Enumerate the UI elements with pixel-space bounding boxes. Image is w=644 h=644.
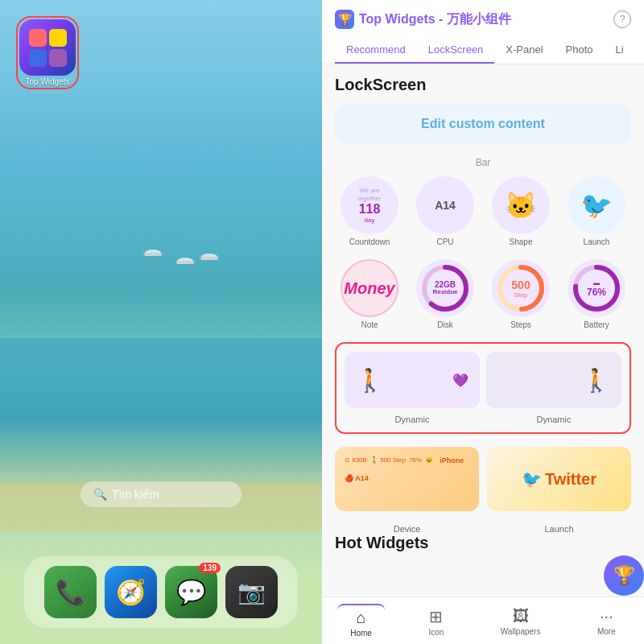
safari-symbol: 🧭 <box>116 578 146 606</box>
device-preview-card[interactable]: ⊙ 830B 🚶 500 Step 76% 🐱 iPhone 🍎 A14 <box>335 447 479 511</box>
search-bar[interactable]: 🔍 Tìm kiếm <box>80 481 242 507</box>
home-nav-icon: ⌂ <box>357 609 366 627</box>
main-content: LockScreen Edit custom content Bar We ar… <box>322 64 644 597</box>
bottom-nav-wallpapers[interactable]: 🖼 Wallpapers <box>488 604 554 641</box>
ios-home-screen: Top Widgets 🔍 Tìm kiếm 📞 🧭 💬 139 📷 <box>0 0 322 644</box>
tab-photo-label: Photo <box>566 43 593 56</box>
stickman-right-icon: 🚶 <box>582 367 610 394</box>
disk-label: Disk <box>437 320 452 329</box>
launch-circle: 🐦 <box>568 176 625 234</box>
widget-launch[interactable]: 🐦 Launch <box>562 176 631 246</box>
disk-circle: 22GB Residue <box>416 259 474 317</box>
icon-sq-yellow <box>49 29 67 47</box>
note-label: Note <box>361 320 378 329</box>
countdown-top-text: We aretogether <box>357 187 381 202</box>
dynamic-card-right[interactable]: 🚶 <box>486 352 621 408</box>
tab-lockscreen-item[interactable]: LockScreen <box>417 37 495 64</box>
dynamic-section: 🚶 💜 🚶 Dynamic Dynamic <box>335 342 631 434</box>
bottom-nav-home[interactable]: ⌂ Home <box>337 604 385 641</box>
messages-badge: 139 <box>199 563 221 573</box>
launch-preview-label: Launch <box>487 524 631 534</box>
disk-sub-text: Residue <box>432 289 457 296</box>
app-icon-label: Top Widgets <box>25 77 69 86</box>
steps-sub-text: Step <box>511 291 530 299</box>
widget-battery[interactable]: ▬ 76% Battery <box>562 259 631 329</box>
boat-3 <box>201 254 217 260</box>
countdown-circle: We aretogether 118 day <box>341 176 398 234</box>
mini-profile-overlay: 🏆 <box>604 555 644 596</box>
app-logo-icon: 🏆 <box>335 10 354 29</box>
wallpapers-nav-icon: 🖼 <box>513 607 529 625</box>
countdown-days: 118 <box>359 202 381 217</box>
dock-messages-icon[interactable]: 💬 139 <box>165 566 217 618</box>
wallpapers-nav-label: Wallpapers <box>501 627 541 636</box>
widget-grid-row2: Money Note 22GB Residue Disk <box>335 259 631 329</box>
help-icon-label: ? <box>620 14 625 25</box>
widget-disk[interactable]: 22GB Residue Disk <box>411 259 480 329</box>
battery-inner-text: ▬ 76% <box>587 279 606 298</box>
tab-li-label: Li <box>616 43 624 56</box>
device-preview-label: Device <box>335 524 479 534</box>
device-stats: ⊙ 830B 🚶 500 Step 76% 🐱 iPhone 🍎 A14 <box>341 453 473 485</box>
cpu-label: CPU <box>436 237 453 246</box>
cpu-text: A14 <box>435 199 456 212</box>
tab-photo[interactable]: Photo <box>555 37 605 64</box>
home-nav-label: Home <box>350 629 372 638</box>
battery-circle: ▬ 76% <box>568 259 625 317</box>
stickman-left-icon: 🚶 <box>356 367 384 394</box>
app-title: 🏆 Top Widgets - 万能小组件 <box>335 10 511 29</box>
twitter-bird-icon: 🐦 <box>522 469 542 489</box>
tab-li[interactable]: Li <box>605 37 631 64</box>
bottom-nav: ⌂ Home ⊞ Icon 🖼 Wallpapers ··· More <box>322 597 644 644</box>
twitter-preview-card[interactable]: 🐦 Twitter <box>487 447 631 511</box>
water-background <box>0 338 322 499</box>
icon-sq-blue <box>29 49 47 67</box>
bottom-nav-more[interactable]: ··· More <box>584 604 629 641</box>
widget-note[interactable]: Money Note <box>335 259 404 329</box>
app-title-row: 🏆 Top Widgets - 万能小组件 ? <box>335 10 631 29</box>
dynamic-card-left[interactable]: 🚶 💜 <box>345 352 480 408</box>
bar-section-label: Bar <box>335 157 631 168</box>
dock-camera-icon[interactable]: 📷 <box>225 566 278 618</box>
widget-cpu[interactable]: A14 CPU <box>411 176 480 246</box>
disk-inner-text: 22GB Residue <box>432 280 457 296</box>
dock-phone-icon[interactable]: 📞 <box>44 566 97 618</box>
edit-content-button[interactable]: Edit custom content <box>335 104 631 144</box>
tab-xpanel-label: X-Panel <box>506 43 543 56</box>
top-widgets-icon-container[interactable]: Top Widgets <box>16 16 79 89</box>
messages-symbol: 💬 <box>176 578 206 606</box>
lockscreen-title: LockScreen <box>335 76 631 94</box>
tab-xpanel[interactable]: X-Panel <box>494 37 554 64</box>
launch-label: Launch <box>584 237 610 246</box>
steps-inner-text: 500 Step <box>511 279 530 299</box>
mini-profile-icon: 🏆 <box>613 565 635 586</box>
dynamic-label-right: Dynamic <box>486 415 621 424</box>
icon-nav-icon: ⊞ <box>429 607 443 626</box>
countdown-label: Countdown <box>349 237 390 246</box>
boat-1 <box>145 250 161 256</box>
icon-sq-red <box>29 29 47 47</box>
bottom-nav-icon[interactable]: ⊞ Icon <box>415 604 456 641</box>
device-circle-icon: ⊙ 830B <box>345 456 367 471</box>
steps-label: Steps <box>510 320 531 329</box>
nav-tabs: Recommend LockScreen X-Panel Photo Li <box>335 37 631 64</box>
preview-grid: ⊙ 830B 🚶 500 Step 76% 🐱 iPhone 🍎 A14 🐦 T… <box>335 447 631 511</box>
widget-countdown[interactable]: We aretogether 118 day Countdown <box>335 176 404 246</box>
phone-symbol: 📞 <box>56 578 85 606</box>
preview-label-row: Device Launch <box>335 524 631 534</box>
icon-sq-purple <box>49 49 67 67</box>
battery-icon-text: ▬ <box>587 279 606 287</box>
twitter-logo-row: 🐦 Twitter <box>522 469 597 489</box>
shape-label: Shape <box>510 237 533 246</box>
boat-2 <box>177 258 193 264</box>
dock-safari-icon[interactable]: 🧭 <box>105 566 157 618</box>
icon-nav-label: Icon <box>428 628 444 637</box>
more-nav-icon: ··· <box>600 607 613 625</box>
help-button[interactable]: ? <box>613 10 631 28</box>
search-icon: 🔍 <box>93 488 107 501</box>
tab-lockscreen[interactable]: Recommend <box>335 37 417 64</box>
shape-circle: 🐱 <box>492 176 550 234</box>
widget-steps[interactable]: 500 Step Steps <box>486 259 555 329</box>
widget-shape[interactable]: 🐱 Shape <box>486 176 555 246</box>
battery-label: Battery <box>584 320 609 329</box>
